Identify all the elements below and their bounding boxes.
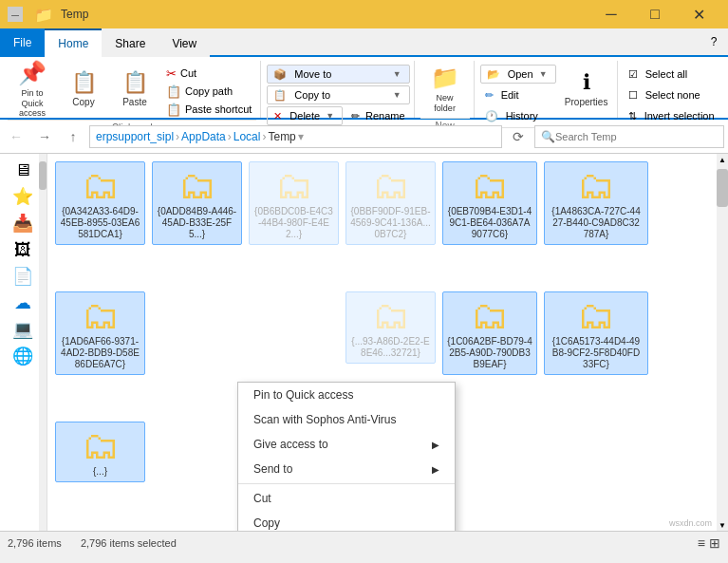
- paste-shortcut-btn[interactable]: 📋 Paste shortcut: [161, 101, 256, 118]
- ctx-give-access-label: Give access to: [253, 438, 328, 451]
- open-ribbon-btn[interactable]: 📂 Open ▼: [480, 65, 556, 84]
- select-all-btn[interactable]: ☑ Select all: [624, 65, 719, 84]
- list-view-btn[interactable]: ≡: [698, 535, 705, 551]
- tab-view[interactable]: View: [159, 28, 210, 57]
- left-panel-item-6[interactable]: ☁: [2, 291, 44, 315]
- ctx-cut[interactable]: Cut: [238, 486, 455, 511]
- copy-path-btn[interactable]: 📋 Copy path: [161, 83, 256, 100]
- folder-item-1[interactable]: 🗂 {0A342A33-64D9-45EB-8955-03EA6581DCA1}: [55, 161, 145, 245]
- properties-btn[interactable]: ℹ Properties: [560, 61, 613, 116]
- move-to-label: Move to: [290, 68, 386, 80]
- history-btn[interactable]: 🕐 History: [480, 106, 556, 125]
- back-btn[interactable]: ←: [4, 124, 28, 149]
- ctx-send-to-label: Send to: [253, 462, 292, 476]
- path-part-1: erpsupport_sipl: [96, 130, 174, 143]
- ctx-send-to[interactable]: Send to ▶: [238, 457, 455, 481]
- delete-btn[interactable]: ✕ Delete ▼: [267, 106, 343, 125]
- folder-item-9[interactable]: 🗂 {1C06A2BF-BD79-42B5-A90D-790DB3B9EAF}: [442, 291, 537, 375]
- scrollbar-thumb[interactable]: [717, 169, 728, 207]
- refresh-btn[interactable]: ⟳: [506, 124, 531, 149]
- scroll-up-btn[interactable]: ▲: [717, 154, 728, 165]
- move-to-btn[interactable]: 📦 Move to ▼: [267, 65, 409, 84]
- folder-item-7[interactable]: 🗂 {1AD6AF66-9371-4AD2-BDB9-D58E86DE6A7C}: [55, 291, 145, 375]
- title-folder-icon: 📁: [34, 6, 53, 24]
- folder-label-8: {...93-A86D-2E2-E8E46...32721}: [350, 336, 431, 359]
- invert-selection-btn[interactable]: ⇅ Invert selection: [624, 106, 719, 125]
- new-folder-label: New folder: [434, 93, 456, 114]
- left-panel-item-2[interactable]: ⭐: [2, 184, 44, 209]
- folder-item-5[interactable]: 🗂 {0EB709B4-E3D1-49C1-BE64-036A7A9077C6}: [442, 161, 537, 245]
- folder-icon-6: 🗂: [577, 166, 615, 204]
- minimize-btn[interactable]: —: [8, 7, 23, 22]
- scroll-down-btn[interactable]: ▼: [717, 519, 728, 531]
- folder-item-3[interactable]: 🗂 {0B6BDC0B-E4C3-44B4-980F-E4E2...}: [249, 161, 339, 245]
- left-panel-item-3[interactable]: 📥: [2, 211, 44, 235]
- folder-label-4: {0BBF90DF-91EB-4569-9C41-136A...0B7C2}: [350, 206, 431, 240]
- copy-to-btn[interactable]: 📋 Copy to ▼: [267, 85, 409, 104]
- select-all-icon: ☑: [628, 68, 638, 81]
- folder-icon-7: 🗂: [82, 296, 120, 334]
- cut-btn[interactable]: ✂ Cut: [161, 65, 256, 82]
- tab-share[interactable]: Share: [102, 28, 159, 57]
- new-folder-btn[interactable]: 📁 New folder: [420, 61, 470, 116]
- close-window-btn[interactable]: ✕: [677, 0, 720, 28]
- ctx-pin-quick-access[interactable]: Pin to Quick access: [238, 383, 455, 407]
- paste-btn[interactable]: 📋 Paste: [110, 61, 159, 116]
- ribbon-tabs: File Home Share View ?: [0, 28, 728, 57]
- left-panel-item-5[interactable]: 📄: [2, 264, 44, 289]
- folder-label-1: {0A342A33-64D9-45EB-8955-03EA6581DCA1}: [60, 206, 140, 240]
- tab-file[interactable]: File: [0, 28, 45, 57]
- ctx-scan-sophos[interactable]: Scan with Sophos Anti-Virus: [238, 407, 455, 432]
- new-items: 📁 New folder: [420, 61, 470, 116]
- copy-btn[interactable]: 📋 Copy: [59, 61, 108, 116]
- rename-label: Rename: [364, 110, 405, 122]
- ctx-copy[interactable]: Copy: [238, 511, 455, 531]
- edit-icon: ✏: [485, 89, 494, 102]
- path-part-2: AppData: [181, 130, 226, 143]
- folder-label-6: {1A4863CA-727C-4427-B440-C9AD8C32787A}: [551, 206, 642, 240]
- folder-icon-10: 🗂: [577, 296, 615, 334]
- edit-btn[interactable]: ✏ Edit: [480, 85, 556, 104]
- folder-item-2[interactable]: 🗂 {0ADD84B9-A446-45AD-B33E-25F5...}: [152, 161, 242, 245]
- tab-home[interactable]: Home: [45, 28, 102, 57]
- search-box[interactable]: 🔍: [534, 125, 724, 148]
- folder-item-10[interactable]: 🗂 {1C6A5173-44D4-49B8-9CF2-5F8D40FD33FC}: [544, 291, 648, 375]
- organize-items: 📦 Move to ▼ 📋 Copy to ▼ ✕ Delete ▼: [267, 61, 409, 125]
- left-panel-item-8[interactable]: 🌐: [2, 344, 44, 368]
- forward-btn[interactable]: →: [32, 124, 57, 149]
- delete-label: Delete: [286, 110, 320, 122]
- left-panel-item-4[interactable]: 🖼: [2, 237, 44, 262]
- rename-icon: ✏: [351, 110, 360, 122]
- copy-to-label: Copy to: [290, 89, 386, 101]
- left-panel: 🖥 ⭐ 📥 🖼 📄 ☁ 💻 🌐: [0, 154, 47, 531]
- help-btn[interactable]: ?: [700, 28, 728, 57]
- copy-icon: 📋: [71, 70, 97, 95]
- folder-label-5: {0EB709B4-E3D1-49C1-BE64-036A7A9077C6}: [447, 206, 532, 240]
- rename-btn[interactable]: ✏ Rename: [346, 106, 410, 125]
- path-sep-3: ›: [262, 130, 266, 143]
- copy-to-icon: 📋: [273, 89, 287, 102]
- left-panel-item-7[interactable]: 💻: [2, 317, 44, 342]
- left-panel-item-1[interactable]: 🖥: [2, 158, 44, 182]
- properties-label: Properties: [565, 97, 608, 108]
- up-btn[interactable]: ↑: [61, 124, 85, 149]
- paste-label: Paste: [122, 97, 147, 108]
- maximize-window-btn[interactable]: □: [633, 0, 677, 28]
- move-icon: 📦: [273, 68, 287, 81]
- select-none-btn[interactable]: ☐ Select none: [624, 85, 719, 104]
- folder-item-8[interactable]: 🗂 {...93-A86D-2E2-E8E46...32721}: [345, 291, 436, 364]
- folder-item-4[interactable]: 🗂 {0BBF90DF-91EB-4569-9C41-136A...0B7C2}: [345, 161, 436, 245]
- ctx-give-access[interactable]: Give access to ▶: [238, 432, 455, 457]
- grid-view-btn[interactable]: ⊞: [709, 535, 720, 551]
- search-input[interactable]: [555, 131, 718, 142]
- address-path[interactable]: erpsupport_sipl › AppData › Local › Temp…: [89, 125, 502, 148]
- ribbon-content: 📌 Pin to Quick access 📋 Copy 📋 Paste ✂ C…: [0, 57, 728, 120]
- folder-item-6[interactable]: 🗂 {1A4863CA-727C-4427-B440-C9AD8C32787A}: [544, 161, 648, 245]
- minimize-window-btn[interactable]: ─: [589, 0, 633, 28]
- pin-quick-access-btn[interactable]: 📌 Pin to Quick access: [8, 61, 57, 116]
- select-none-label: Select none: [642, 89, 700, 101]
- clipboard-items: 📌 Pin to Quick access 📋 Copy 📋 Paste ✂ C…: [8, 61, 256, 118]
- folder-label-9: {1C06A2BF-BD79-42B5-A90D-790DB3B9EAF}: [447, 336, 532, 370]
- left-scrollbar-thumb[interactable]: [39, 161, 47, 190]
- folder-item-11[interactable]: 🗂 {...}: [55, 422, 145, 482]
